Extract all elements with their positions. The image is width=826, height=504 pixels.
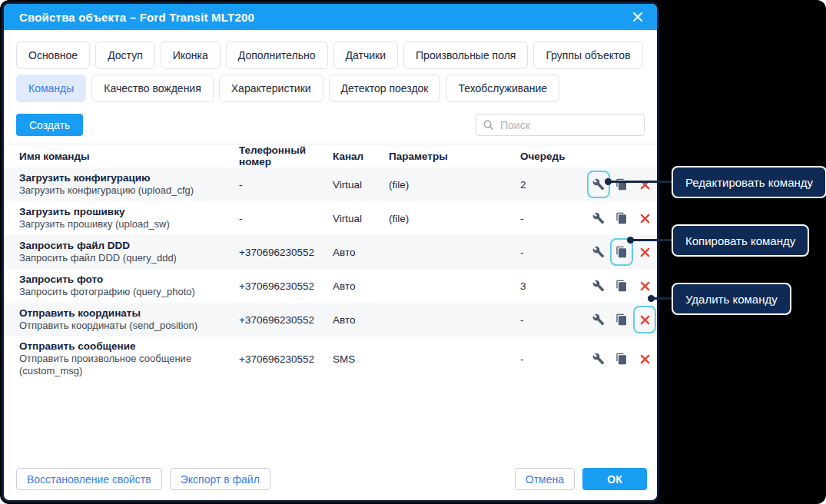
- table-row[interactable]: Отправить координаты Отправить координат…: [4, 303, 657, 337]
- dialog-titlebar: Свойства объекта – Ford Transit MLT200: [4, 4, 657, 30]
- header-phone-number: Телефонный номер: [239, 144, 333, 167]
- command-desc: Отправить произвольное сообщение (custom…: [19, 353, 211, 377]
- table-header-row: Имя команды Телефонный номер Канал Парам…: [4, 144, 657, 167]
- delete-command-icon[interactable]: [638, 177, 652, 191]
- copy-command-icon[interactable]: [615, 279, 629, 293]
- command-queue: 2: [520, 179, 581, 191]
- commands-toolbar: Создать: [16, 114, 645, 136]
- tab-proizvolnye-polya[interactable]: Произвольные поля: [403, 41, 528, 69]
- delete-command-icon[interactable]: [638, 313, 652, 327]
- tab-gruppy-obektov[interactable]: Группы объектов: [533, 41, 642, 69]
- command-name: Отправить сообщение: [19, 340, 211, 353]
- screenshot-canvas: Свойства объекта – Ford Transit MLT200 О…: [0, 0, 826, 504]
- search-icon: [483, 119, 494, 131]
- table-row[interactable]: Запросить фото Запросить фотографию (que…: [4, 269, 657, 303]
- ok-button[interactable]: ОК: [582, 468, 647, 490]
- edit-command-icon[interactable]: [592, 245, 605, 259]
- table-row[interactable]: Загрузить прошивку Загрузить прошивку (u…: [4, 201, 657, 235]
- table-row[interactable]: Отправить сообщение Отправить произвольн…: [4, 337, 657, 381]
- command-phone: -: [239, 213, 333, 224]
- command-params: (file): [389, 213, 520, 224]
- tab-datchiki[interactable]: Датчики: [333, 41, 398, 69]
- command-queue: 3: [520, 280, 581, 292]
- connector-line-copy: [630, 239, 673, 241]
- edit-command-icon[interactable]: [592, 211, 605, 225]
- command-phone: -: [239, 179, 333, 191]
- command-desc: Отправить координаты (send_position): [19, 320, 228, 332]
- copy-command-icon[interactable]: [615, 211, 629, 225]
- tab-tekhobsluzhivanie[interactable]: Техобслуживание: [446, 75, 559, 102]
- tab-komandy[interactable]: Команды: [16, 75, 86, 102]
- command-name: Загрузить прошивку: [19, 206, 228, 218]
- header-queue: Очередь: [520, 151, 581, 162]
- command-phone: +370696230552: [239, 353, 333, 365]
- restore-properties-button[interactable]: Восстановление свойств: [16, 468, 162, 490]
- command-channel: Virtual: [333, 213, 389, 224]
- command-desc: Загрузить конфигурацию (upload_cfg): [19, 184, 228, 197]
- command-name: Загрузить конфигурацию: [19, 172, 228, 184]
- callout-delete-command: Удалить команду: [672, 283, 791, 315]
- edit-command-icon[interactable]: [592, 177, 605, 191]
- command-channel: Virtual: [333, 179, 389, 191]
- connector-line-edit: [608, 181, 673, 183]
- edit-command-icon[interactable]: [592, 313, 605, 327]
- edit-command-icon[interactable]: [592, 279, 605, 293]
- tab-ikonka[interactable]: Иконка: [161, 41, 221, 69]
- command-channel: Авто: [333, 280, 389, 292]
- command-desc: Запросить фотографию (query_photo): [19, 286, 228, 298]
- delete-command-icon[interactable]: [638, 279, 652, 293]
- export-to-file-button[interactable]: Экспорт в файл: [170, 468, 270, 490]
- command-phone: +370696230552: [239, 314, 333, 326]
- command-name: Запросить файл DDD: [19, 240, 228, 252]
- tabs-row-2: Команды Качество вождения Характеристики…: [16, 75, 645, 102]
- close-icon[interactable]: [629, 8, 646, 25]
- callout-edit-command: Редактировать команду: [672, 166, 826, 198]
- header-command-name: Имя команды: [19, 151, 239, 162]
- connector-line-delete: [651, 297, 673, 300]
- command-queue: -: [520, 213, 581, 224]
- command-name: Отправить координаты: [19, 307, 228, 320]
- search-box[interactable]: [476, 114, 645, 136]
- command-channel: Авто: [333, 247, 389, 258]
- delete-command-icon[interactable]: [638, 245, 652, 259]
- command-phone: +370696230552: [239, 247, 333, 258]
- cancel-button[interactable]: Отмена: [515, 468, 575, 490]
- command-desc: Запросить файл DDD (query_ddd): [19, 252, 228, 264]
- search-input[interactable]: [499, 118, 641, 132]
- callout-copy-command: Копировать команду: [672, 224, 809, 257]
- command-desc: Загрузить прошивку (upload_sw): [19, 218, 228, 230]
- tab-dopolnitelno[interactable]: Дополнительно: [226, 41, 328, 69]
- command-channel: SMS: [333, 353, 389, 365]
- command-queue: -: [520, 353, 581, 365]
- tabs-row-1: Основное Доступ Иконка Дополнительно Дат…: [16, 41, 645, 69]
- copy-command-icon[interactable]: [615, 177, 629, 191]
- command-name: Запросить фото: [19, 274, 228, 286]
- command-channel: Авто: [333, 314, 389, 326]
- table-row[interactable]: Запросить файл DDD Запросить файл DDD (q…: [4, 235, 657, 269]
- tabs-container: Основное Доступ Иконка Дополнительно Дат…: [4, 30, 657, 102]
- copy-command-icon[interactable]: [615, 313, 629, 327]
- command-phone: +370696230552: [239, 280, 333, 292]
- delete-command-icon[interactable]: [638, 211, 652, 225]
- edit-command-icon[interactable]: [592, 352, 605, 366]
- dialog-footer: Восстановление свойств Экспорт в файл От…: [16, 468, 647, 490]
- tab-osnovnoe[interactable]: Основное: [16, 41, 90, 69]
- tab-kachestvo-vozhdeniya[interactable]: Качество вождения: [91, 75, 213, 102]
- table-row[interactable]: Загрузить конфигурацию Загрузить конфигу…: [4, 167, 657, 201]
- header-channel: Канал: [333, 151, 389, 162]
- command-queue: -: [520, 314, 581, 326]
- delete-command-icon[interactable]: [638, 352, 652, 366]
- command-queue: -: [520, 247, 581, 258]
- tab-dostup[interactable]: Доступ: [95, 41, 155, 69]
- object-properties-dialog: Свойства объекта – Ford Transit MLT200 О…: [2, 2, 659, 502]
- copy-command-icon[interactable]: [615, 352, 629, 366]
- command-params: (file): [389, 179, 520, 191]
- tab-detektor-poezdok[interactable]: Детектор поездок: [329, 75, 441, 102]
- copy-command-icon[interactable]: [615, 245, 629, 259]
- header-parameters: Параметры: [389, 151, 520, 162]
- tab-kharakteristiki[interactable]: Характеристики: [219, 75, 323, 102]
- dialog-title: Свойства объекта – Ford Transit MLT200: [19, 11, 254, 24]
- create-command-button[interactable]: Создать: [16, 114, 83, 136]
